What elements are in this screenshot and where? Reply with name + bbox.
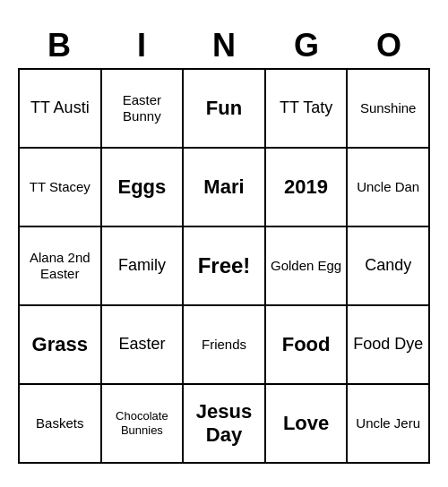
header-o: O bbox=[348, 23, 430, 68]
cell-17: Friends bbox=[184, 306, 266, 385]
cell-15: Grass bbox=[20, 306, 102, 385]
cell-16: Easter bbox=[102, 306, 185, 385]
cell-13: Golden Egg bbox=[266, 227, 349, 306]
cell-9: Uncle Dan bbox=[348, 149, 430, 227]
header-i: I bbox=[100, 23, 183, 68]
cell-12-free: Free! bbox=[184, 227, 266, 306]
cell-10: Alana 2nd Easter bbox=[20, 227, 102, 306]
cell-20: Baskets bbox=[20, 385, 102, 464]
cell-19: Food Dye bbox=[348, 306, 430, 385]
header-n: N bbox=[183, 23, 265, 68]
cell-3: TT Taty bbox=[266, 70, 349, 149]
header-g: G bbox=[265, 23, 348, 68]
cell-14: Candy bbox=[348, 227, 430, 306]
bingo-card: B I N G O TT Austi Easter Bunny Fun TT T… bbox=[18, 23, 430, 464]
header-b: B bbox=[18, 23, 100, 68]
cell-2: Fun bbox=[184, 70, 266, 149]
cell-18: Food bbox=[266, 306, 349, 385]
bingo-header: B I N G O bbox=[18, 23, 430, 68]
cell-24: Uncle Jeru bbox=[348, 385, 430, 464]
cell-8: 2019 bbox=[266, 149, 349, 227]
cell-23: Love bbox=[266, 385, 349, 464]
cell-22: Jesus Day bbox=[184, 385, 266, 464]
cell-1: Easter Bunny bbox=[102, 70, 185, 149]
cell-7: Mari bbox=[184, 149, 266, 227]
cell-11: Family bbox=[102, 227, 185, 306]
cell-6: Eggs bbox=[102, 149, 185, 227]
cell-5: TT Stacey bbox=[20, 149, 102, 227]
cell-4: Sunshine bbox=[348, 70, 430, 149]
bingo-grid: TT Austi Easter Bunny Fun TT Taty Sunshi… bbox=[18, 68, 430, 464]
cell-0: TT Austi bbox=[20, 70, 102, 149]
cell-21: Chocolate Bunnies bbox=[102, 385, 185, 464]
